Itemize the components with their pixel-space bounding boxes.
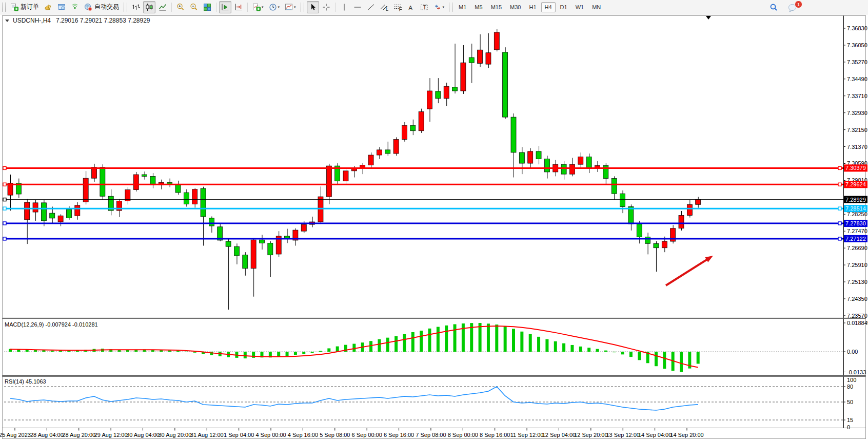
price-tick-label: 7.26690	[847, 245, 867, 251]
fibonacci-button[interactable]: F	[391, 1, 404, 13]
candle-down	[469, 58, 474, 63]
chart-frame	[3, 16, 866, 439]
line-handle[interactable]	[838, 166, 841, 169]
candle-up	[343, 171, 348, 181]
candle-down	[410, 125, 416, 131]
megaphone-icon	[44, 3, 52, 11]
collapse-triangle-icon[interactable]	[5, 20, 9, 22]
trendline-button[interactable]	[365, 1, 377, 13]
candle-down	[50, 213, 55, 218]
macd-pane: 0.0188490.00-0.0133	[4, 320, 868, 375]
line-handle[interactable]	[3, 183, 6, 186]
indicators-button[interactable]: ▾	[250, 1, 266, 13]
crosshair-icon	[322, 3, 330, 11]
chart-top-marker	[706, 16, 711, 20]
candle-down	[201, 188, 206, 217]
svg-text:T: T	[423, 4, 426, 10]
price-badge-label: 7.28514	[845, 205, 866, 212]
search-button[interactable]	[767, 2, 780, 14]
new-order-button[interactable]: 新订单	[8, 1, 41, 13]
candle-down	[226, 241, 231, 246]
time-tick-label: 6 Sep 00:00	[352, 432, 382, 438]
zoom-out-button[interactable]	[188, 1, 200, 13]
auto-scroll-button[interactable]	[219, 1, 231, 13]
time-tick-label: 25 Aug 2023	[0, 432, 31, 438]
chart-shift-button[interactable]	[232, 1, 245, 13]
arrows-icon	[433, 3, 442, 11]
timeframe-h1-button[interactable]: H1	[525, 2, 540, 12]
text-button[interactable]: A	[405, 1, 417, 13]
line-handle[interactable]	[3, 166, 6, 169]
toolbar: 新订单自动交易▾▾▾EFAT▾M1M5M15M30H1H4D1W1MN	[0, 0, 868, 14]
line-chart-button[interactable]	[156, 1, 169, 13]
price-tick-label: 7.31370	[847, 144, 867, 150]
crosshair-button[interactable]	[320, 1, 332, 13]
horizontal-lines[interactable]	[3, 166, 843, 240]
bar-chart-icon	[132, 3, 140, 11]
chart-canvas[interactable]: 7.368307.360507.352707.344907.337107.329…	[0, 14, 868, 440]
candle-up	[427, 91, 432, 109]
line-handle[interactable]	[3, 207, 6, 210]
line-handle[interactable]	[838, 237, 841, 240]
timeframe-d1-button[interactable]: D1	[557, 2, 571, 12]
chart-window[interactable]: 7.368307.360507.352707.344907.337107.329…	[0, 14, 868, 440]
market-window-button[interactable]	[55, 1, 68, 13]
candle-up	[662, 241, 667, 248]
bar-chart-button[interactable]	[130, 1, 142, 13]
candle-up	[58, 216, 63, 222]
signals-icon	[71, 3, 79, 11]
time-axis[interactable]: 25 Aug 202328 Aug 04:0028 Aug 20:0029 Au…	[0, 428, 704, 438]
notifications-button[interactable]: 1	[785, 2, 800, 14]
candle-up	[301, 224, 306, 231]
dropdown-arrow-icon[interactable]: ▾	[294, 5, 296, 9]
text-label-button[interactable]: T	[418, 1, 430, 13]
zoom-in-icon	[176, 3, 185, 11]
notification-badge: 1	[795, 1, 802, 8]
line-handle[interactable]	[3, 198, 6, 201]
equidistant-channel-button[interactable]: E	[378, 1, 390, 13]
timeframe-mn-button[interactable]: MN	[588, 2, 604, 12]
search-icon	[769, 3, 778, 12]
vertical-line-button[interactable]	[338, 1, 350, 13]
dropdown-arrow-icon[interactable]: ▾	[443, 5, 445, 9]
line-handle[interactable]	[838, 183, 841, 186]
toolbar-grip	[449, 3, 452, 12]
tile-windows-button[interactable]	[201, 1, 213, 13]
price-badge-label: 7.27830	[845, 220, 866, 226]
cursor-button[interactable]	[307, 1, 319, 13]
macd-tick-label: -0.0133	[847, 369, 866, 375]
line-handle[interactable]	[838, 207, 841, 210]
line-handle[interactable]	[838, 222, 841, 225]
timeframe-m5-button[interactable]: M5	[471, 2, 486, 12]
timeframe-m30-button[interactable]: M30	[506, 2, 524, 12]
candle-down	[209, 218, 214, 226]
candle-down	[260, 240, 265, 243]
timeframe-m15-button[interactable]: M15	[487, 2, 505, 12]
arrow-annotation[interactable]	[666, 256, 713, 285]
periods-button[interactable]: ▾	[267, 1, 282, 13]
toolbar-separator	[247, 3, 248, 12]
fibonacci-icon: F	[393, 3, 402, 11]
dropdown-arrow-icon[interactable]: ▾	[278, 5, 280, 9]
toolbar-separator	[335, 3, 336, 12]
horizontal-line-button[interactable]	[351, 1, 364, 13]
price-axis[interactable]: 7.368307.360507.352707.344907.337107.329…	[843, 25, 867, 319]
dropdown-arrow-icon[interactable]: ▾	[262, 5, 264, 9]
auto-trading-button[interactable]: 自动交易	[82, 1, 121, 13]
templates-button[interactable]: ▾	[283, 1, 298, 13]
zoom-in-button[interactable]	[174, 1, 187, 13]
candlestick-button[interactable]	[143, 1, 155, 13]
timeframe-m1-button[interactable]: M1	[455, 2, 470, 12]
candle-up	[75, 205, 80, 216]
arrows-button[interactable]: ▾	[431, 1, 447, 13]
candle-up	[393, 140, 399, 154]
candle-down	[654, 243, 659, 247]
line-handle[interactable]	[3, 237, 6, 240]
megaphone-button[interactable]	[42, 1, 54, 13]
signals-button[interactable]	[69, 1, 81, 13]
timeframe-w1-button[interactable]: W1	[572, 2, 588, 12]
line-handle[interactable]	[3, 222, 6, 225]
timeframe-h4-button[interactable]: H4	[541, 2, 556, 12]
candle-down	[637, 224, 642, 237]
toolbar-grip	[124, 3, 127, 12]
